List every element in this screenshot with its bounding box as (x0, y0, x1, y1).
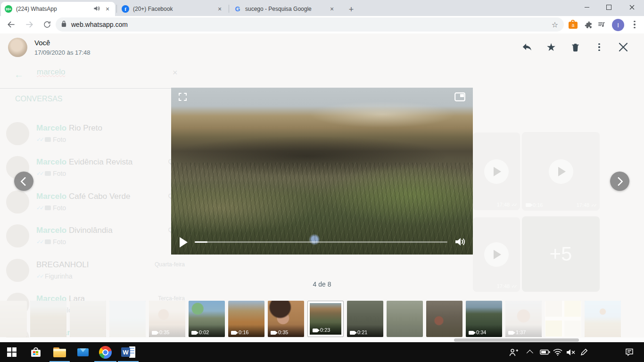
window-minimize-button[interactable] (576, 0, 598, 15)
media-thumbnail[interactable] (30, 301, 66, 337)
video-player[interactable] (171, 88, 473, 255)
window-maximize-button[interactable] (598, 0, 619, 15)
video-duration-badge: 0:35 (268, 325, 304, 337)
mail-icon[interactable] (74, 342, 91, 362)
wifi-icon[interactable] (552, 342, 564, 362)
chrome-icon[interactable] (99, 342, 112, 362)
video-camera-icon (508, 331, 513, 335)
facebook-favicon: f (122, 5, 129, 13)
video-camera-icon (271, 331, 276, 335)
camera-icon (45, 239, 51, 244)
media-thumbnail[interactable]: 0:16 (228, 301, 264, 337)
close-viewer-icon[interactable] (618, 41, 629, 53)
tab-whatsapp[interactable]: 99+ (224) WhatsApp (1, 2, 115, 16)
forward-icon[interactable] (24, 19, 35, 30)
seek-bar[interactable] (195, 241, 447, 243)
start-button[interactable] (4, 342, 20, 362)
search-input-value: marcelo (37, 67, 65, 77)
video-camera-icon (526, 203, 531, 207)
thumbnail-image (545, 301, 581, 337)
new-tab-button[interactable] (346, 4, 357, 15)
extension-bag-icon[interactable]: a (569, 20, 578, 29)
browser-tab-bar: 99+ (224) WhatsApp f (20+) Facebook G su… (0, 0, 644, 16)
play-icon (484, 242, 509, 267)
thumbnail-image: 0:16 (228, 301, 264, 337)
lock-icon[interactable] (61, 20, 66, 29)
thumbnail-image: 0:02 (189, 301, 225, 337)
media-counter: 4 de 8 (0, 280, 644, 288)
browser-profile-avatar[interactable]: I (612, 19, 624, 31)
media-thumbnail[interactable]: 0:35 (149, 301, 185, 337)
video-duration-badge: 0:35 (149, 325, 185, 337)
video-duration-badge: 0:02 (189, 325, 225, 337)
browser-menu-kebab-icon[interactable] (629, 19, 640, 30)
tab-close-icon[interactable] (104, 5, 111, 13)
url-text[interactable]: web.whatsapp.com (71, 21, 552, 28)
media-thumbnail[interactable]: 0:35 (268, 301, 304, 337)
video-camera-icon (191, 331, 197, 335)
delete-icon[interactable] (570, 41, 581, 53)
tab-facebook[interactable]: f (20+) Facebook (118, 2, 227, 16)
media-thumbnail[interactable] (70, 301, 106, 337)
volume-icon[interactable] (454, 237, 467, 249)
media-thumbnail[interactable] (109, 301, 146, 337)
microsoft-store-icon[interactable] (27, 342, 44, 362)
people-icon[interactable] (507, 342, 520, 362)
media-thumbnail[interactable] (0, 301, 27, 337)
forward-reply-icon[interactable] (521, 41, 533, 53)
sender-name: Você (34, 39, 50, 47)
media-thumbnail[interactable]: 1:37 (505, 301, 542, 337)
read-receipt-icon (36, 239, 43, 245)
media-thumbnail[interactable]: 0:21 (347, 301, 383, 337)
thumbnail-image (0, 301, 27, 337)
media-thumbnail[interactable] (585, 301, 621, 337)
back-icon[interactable] (6, 19, 17, 30)
tab-close-icon[interactable] (328, 5, 336, 13)
previous-media-button[interactable] (14, 172, 33, 191)
divider (0, 88, 193, 89)
sender-avatar[interactable] (8, 38, 27, 57)
word-icon[interactable]: W (121, 342, 136, 362)
thumbnail-image (387, 301, 423, 337)
viewer-menu-kebab-icon[interactable] (594, 41, 605, 53)
chat-row[interactable]: Marcelo DivinolândiaFotoQuinta (0, 222, 193, 256)
search-clear-icon (173, 68, 178, 78)
chat-row[interactable]: Marcelo Café Cabo VerdeFotoQuinta (0, 188, 193, 222)
media-thumbnail-selected[interactable]: 0:23 (307, 301, 344, 337)
screen: 99+ (224) WhatsApp f (20+) Facebook G su… (0, 0, 644, 362)
media-thumbnail[interactable]: 0:02 (189, 301, 225, 337)
window-close-button[interactable] (619, 0, 644, 15)
reload-icon[interactable] (41, 19, 53, 30)
picture-in-picture-icon[interactable] (454, 92, 465, 103)
media-thumbnail[interactable] (545, 301, 581, 337)
camera-icon (45, 137, 51, 142)
tab-close-icon[interactable] (216, 5, 223, 13)
play-button[interactable] (180, 237, 188, 247)
chat-row[interactable]: Marcelo Rio PretoFotoSá (0, 120, 193, 154)
next-media-button[interactable] (610, 172, 629, 191)
viewer-actions (521, 41, 629, 53)
media-thumbnail[interactable]: 0:34 (466, 301, 502, 337)
tab-google-search[interactable]: G sucego - Pesquisa Google (230, 2, 339, 16)
address-bar[interactable]: web.whatsapp.com (56, 17, 564, 32)
file-explorer-icon[interactable] (51, 342, 68, 362)
tab-audio-icon[interactable] (93, 5, 100, 13)
bookmark-star-icon[interactable] (552, 20, 558, 29)
media-thumbnail[interactable] (387, 301, 423, 337)
extensions-puzzle-icon[interactable] (583, 19, 594, 30)
video-camera-icon (313, 329, 318, 332)
tray-expand-chevron-icon[interactable] (525, 342, 537, 362)
strip-scrollbar-thumb[interactable] (454, 338, 579, 342)
read-receipt-icon (36, 273, 43, 280)
tab-separator (229, 5, 229, 13)
media-thumbnail[interactable] (426, 301, 462, 337)
media-controls-icon[interactable] (596, 19, 607, 30)
chat-preview: Foto (36, 204, 66, 212)
chat-avatar (6, 190, 29, 214)
action-center-icon[interactable] (623, 342, 636, 362)
pen-icon[interactable] (578, 342, 590, 362)
volume-muted-icon[interactable] (565, 342, 577, 362)
fullscreen-icon[interactable] (179, 93, 187, 103)
thumbnail-image (585, 301, 621, 337)
star-message-icon[interactable] (545, 41, 557, 53)
